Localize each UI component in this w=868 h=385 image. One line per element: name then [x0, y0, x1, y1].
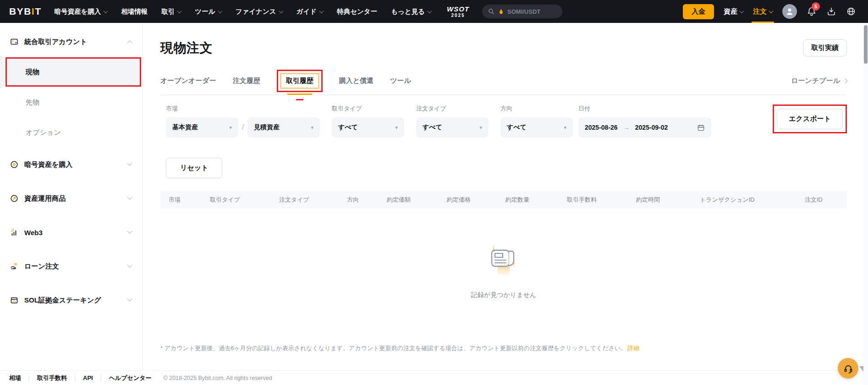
annotation-box-export: エクスポート [773, 104, 847, 133]
logo-text: BYB [9, 6, 32, 17]
tab-open-orders[interactable]: オープンオーダー [160, 77, 216, 85]
bybit-logo[interactable]: BYBIT [9, 6, 42, 17]
reset-button[interactable]: リセット [166, 158, 222, 178]
caret-down-icon: ▾ [311, 125, 313, 131]
menu-more[interactable]: もっと見る [391, 7, 431, 16]
sidebar-item-options[interactable]: オプション [0, 117, 143, 148]
menu-trade[interactable]: 取引 [161, 7, 181, 16]
menu-guide[interactable]: ガイド [297, 7, 324, 16]
content-row: 統合取引アカウント 現物 先物 オプション 暗号資産を購入 [0, 23, 868, 370]
filter-date: 日付 2025-08-26 → 2025-09-02 [578, 104, 711, 138]
col-filled-value: 約定価額 [387, 196, 447, 204]
caret-down-icon: ▾ [395, 125, 398, 131]
chevron-down-icon [218, 9, 222, 13]
sidebar-item-earn[interactable]: 資産運用商品 [0, 182, 143, 215]
col-transaction-id: トランザクションID [700, 196, 805, 204]
footer-link-fees[interactable]: 取引手数料 [37, 374, 67, 382]
tab-order-history[interactable]: 注文履歴 [233, 77, 260, 85]
sidebar-item-spot[interactable]: 現物 [0, 57, 143, 87]
menu-markets[interactable]: 相場情報 [121, 7, 148, 16]
page-title: 現物注文 [160, 39, 213, 57]
sidebar-item-derivatives[interactable]: 先物 [0, 87, 143, 117]
chevron-down-icon [127, 297, 132, 302]
tabs-row: オープンオーダー 注文履歴 取引履歴 購入と償還 ツール ローンチプール [160, 67, 847, 95]
search-input[interactable]: SOMI/USDT [482, 5, 562, 18]
chevron-down-icon [127, 161, 132, 166]
tab-purchase-redemption[interactable]: 購入と償還 [339, 77, 374, 85]
search-icon [488, 8, 495, 15]
globe-icon [846, 6, 856, 16]
order-type-label: 注文タイプ [416, 104, 489, 113]
date-range-picker[interactable]: 2025-08-26 → 2025-09-02 [578, 117, 711, 138]
trade-type-label: 取引タイプ [332, 104, 404, 113]
wsot-2025-logo[interactable]: WSOT 2025 [447, 6, 469, 18]
footer-divider [75, 375, 75, 381]
notifications-button[interactable]: 5 [807, 6, 817, 16]
menu-buy-crypto[interactable]: 暗号資産を購入 [55, 7, 108, 16]
download-icon [826, 6, 836, 16]
chevron-down-icon [769, 9, 774, 13]
col-trade-type: 取引タイプ [210, 196, 279, 204]
menu-finance[interactable]: ファイナンス [236, 7, 283, 16]
launchpool-link[interactable]: ローンチプール [791, 77, 847, 85]
filters-bar: 市場 基本資産▾ / 見積資産▾ 取引タイプ すべて▾ [160, 104, 847, 138]
trade-performance-button[interactable]: 取引実績 [803, 39, 847, 56]
sidebar-item-sol-staking[interactable]: SOL証拠金ステーキング [0, 283, 143, 317]
language-button[interactable] [846, 6, 856, 16]
caret-down-icon: ▾ [479, 125, 482, 131]
tab-tools[interactable]: ツール [390, 77, 411, 85]
empty-state: 記録が見つかりません [160, 241, 847, 299]
deposit-button[interactable]: 入金 [683, 4, 714, 19]
menu-tools[interactable]: ツール [195, 7, 221, 16]
scrollbar-track[interactable] [863, 23, 868, 385]
order-type-select[interactable]: すべて▾ [416, 117, 489, 138]
chevron-down-icon [127, 263, 132, 268]
col-trading-fee: 取引手数料 [567, 196, 636, 204]
loan-icon [10, 262, 18, 270]
footer-link-api[interactable]: API [83, 374, 93, 381]
caret-down-icon: ▾ [229, 125, 232, 131]
chevron-right-icon [843, 78, 848, 83]
headset-icon [842, 363, 854, 374]
filter-order-type: 注文タイプ すべて▾ [416, 104, 489, 138]
sidebar: 統合取引アカウント 現物 先物 オプション 暗号資産を購入 [0, 23, 143, 370]
base-asset-select[interactable]: 基本資産▾ [166, 117, 238, 138]
scrollbar-thumb[interactable] [864, 25, 868, 64]
trade-type-select[interactable]: すべて▾ [332, 117, 404, 138]
sidebar-item-loan-orders[interactable]: ローン注文 [0, 249, 143, 283]
chevron-down-icon [104, 9, 108, 13]
active-tab-indicator [287, 94, 312, 95]
col-filled-time: 約定時間 [636, 196, 700, 204]
copyright-text: © 2018-2025 Bybit.com. All rights reserv… [164, 375, 272, 381]
user-icon [785, 6, 795, 16]
sol-staking-icon [10, 296, 18, 304]
direction-label: 方向 [500, 104, 573, 113]
quote-asset-select[interactable]: 見積資産▾ [247, 117, 320, 138]
date-end: 2025-09-02 [635, 124, 668, 131]
support-chat-button[interactable] [838, 358, 858, 379]
filter-market: 市場 基本資産▾ / 見積資産▾ [166, 104, 320, 138]
calendar-icon [697, 124, 705, 132]
annotation-dash [296, 99, 303, 100]
earn-products-icon [10, 194, 18, 203]
table-header: 市場 取引タイプ 注文タイプ 方向 約定価額 約定価格 約定数量 取引手数料 約… [160, 191, 847, 209]
assets-menu[interactable]: 資産 [724, 0, 743, 23]
notification-badge: 5 [812, 2, 820, 11]
direction-select[interactable]: すべて▾ [500, 117, 573, 138]
orders-menu[interactable]: 注文 [753, 0, 773, 23]
chevron-down-icon [740, 9, 744, 13]
export-button[interactable]: エクスポート [777, 109, 843, 129]
chevron-down-icon [319, 9, 324, 13]
detail-link[interactable]: 詳細 [627, 345, 639, 352]
avatar[interactable] [782, 4, 797, 19]
footer-link-markets[interactable]: 相場 [9, 374, 21, 382]
chevron-down-icon [177, 9, 182, 13]
footer-link-help-center[interactable]: ヘルプセンター [109, 374, 152, 382]
sidebar-item-web3[interactable]: Web3 [0, 215, 143, 249]
tab-trade-history[interactable]: 取引履歴 [280, 73, 319, 89]
sidebar-item-buy-crypto[interactable]: 暗号資産を購入 [0, 148, 143, 182]
chevron-down-icon [428, 9, 432, 13]
sidebar-item-unified-account[interactable]: 統合取引アカウント [0, 27, 143, 57]
download-app-button[interactable] [826, 6, 836, 16]
menu-rewards-hub[interactable]: 特典センター [337, 7, 377, 16]
